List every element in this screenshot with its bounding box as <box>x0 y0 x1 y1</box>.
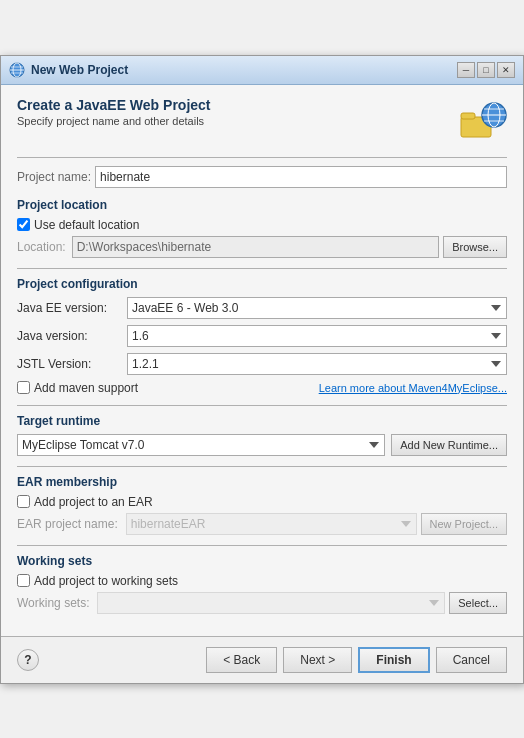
project-name-row: Project name: <box>17 166 507 188</box>
java-version-row: Java version: 1.6 1.5 1.7 <box>17 325 507 347</box>
location-label: Location: <box>17 240 66 254</box>
browse-button[interactable]: Browse... <box>443 236 507 258</box>
project-configuration-title: Project configuration <box>17 277 507 291</box>
runtime-select[interactable]: MyEclipse Tomcat v7.0 <box>17 434 385 456</box>
project-name-input[interactable] <box>95 166 507 188</box>
maximize-button[interactable]: □ <box>477 62 495 78</box>
title-bar-text: New Web Project <box>31 63 128 77</box>
location-row: Location: Browse... <box>17 236 507 258</box>
ear-project-name-select[interactable]: hibernateEAR <box>126 513 417 535</box>
help-button[interactable]: ? <box>17 649 39 671</box>
add-maven-checkbox[interactable] <box>17 381 30 394</box>
add-maven-label: Add maven support <box>34 381 138 395</box>
page-subtitle: Specify project name and other details <box>17 115 211 127</box>
location-input[interactable] <box>72 236 439 258</box>
add-runtime-button[interactable]: Add New Runtime... <box>391 434 507 456</box>
maven-checkbox-row: Add maven support <box>17 381 138 395</box>
title-bar: New Web Project ─ □ ✕ <box>1 56 523 85</box>
title-bar-controls: ─ □ ✕ <box>457 62 515 78</box>
cancel-button[interactable]: Cancel <box>436 647 507 673</box>
add-to-working-sets-label: Add project to working sets <box>34 574 178 588</box>
runtime-row: MyEclipse Tomcat v7.0 Add New Runtime... <box>17 434 507 456</box>
project-location-title: Project location <box>17 198 507 212</box>
java-version-label: Java version: <box>17 329 127 343</box>
working-sets-select[interactable] <box>97 592 445 614</box>
add-to-ear-row: Add project to an EAR <box>17 495 507 509</box>
add-to-ear-label: Add project to an EAR <box>34 495 153 509</box>
footer-left: ? <box>17 649 39 671</box>
maven-row: Add maven support Learn more about Maven… <box>17 381 507 395</box>
add-to-working-sets-checkbox[interactable] <box>17 574 30 587</box>
project-name-label: Project name: <box>17 170 91 184</box>
javaee-version-label: Java EE version: <box>17 301 127 315</box>
window-icon <box>9 62 25 78</box>
runtime-divider <box>17 405 507 406</box>
jstl-version-select[interactable]: 1.2.1 1.2 1.1 <box>127 353 507 375</box>
back-button[interactable]: < Back <box>206 647 277 673</box>
project-name-section: Project name: <box>17 166 507 188</box>
use-default-location-checkbox[interactable] <box>17 218 30 231</box>
jstl-version-row: JSTL Version: 1.2.1 1.2 1.1 <box>17 353 507 375</box>
minimize-button[interactable]: ─ <box>457 62 475 78</box>
page-title: Create a JavaEE Web Project <box>17 97 211 113</box>
page-header: Create a JavaEE Web Project Specify proj… <box>17 97 507 145</box>
finish-button[interactable]: Finish <box>358 647 429 673</box>
new-project-button[interactable]: New Project... <box>421 513 507 535</box>
maven-link[interactable]: Learn more about Maven4MyEclipse... <box>319 382 507 394</box>
target-runtime-section: Target runtime MyEclipse Tomcat v7.0 Add… <box>17 414 507 456</box>
javaee-version-row: Java EE version: JavaEE 6 - Web 3.0 Java… <box>17 297 507 319</box>
config-divider <box>17 268 507 269</box>
title-bar-left: New Web Project <box>9 62 128 78</box>
svg-rect-6 <box>461 113 475 119</box>
working-sets-section: Working sets Add project to working sets… <box>17 554 507 614</box>
jstl-version-label: JSTL Version: <box>17 357 127 371</box>
project-configuration-section: Project configuration Java EE version: J… <box>17 277 507 395</box>
use-default-location-label: Use default location <box>34 218 139 232</box>
ear-membership-title: EAR membership <box>17 475 507 489</box>
footer-buttons: < Back Next > Finish Cancel <box>206 647 507 673</box>
project-location-section: Project location Use default location Lo… <box>17 198 507 258</box>
next-button[interactable]: Next > <box>283 647 352 673</box>
ear-membership-section: EAR membership Add project to an EAR EAR… <box>17 475 507 535</box>
working-sets-divider <box>17 545 507 546</box>
header-icon <box>459 97 507 145</box>
ear-divider <box>17 466 507 467</box>
ear-project-name-row: EAR project name: hibernateEAR New Proje… <box>17 513 507 535</box>
dialog-content: Create a JavaEE Web Project Specify proj… <box>1 85 523 636</box>
working-sets-label: Working sets: <box>17 596 89 610</box>
close-button[interactable]: ✕ <box>497 62 515 78</box>
new-web-project-window: New Web Project ─ □ ✕ Create a JavaEE We… <box>0 55 524 684</box>
dialog-footer: ? < Back Next > Finish Cancel <box>1 636 523 683</box>
javaee-version-select[interactable]: JavaEE 6 - Web 3.0 JavaEE 5 JavaEE 1.4 <box>127 297 507 319</box>
working-sets-title: Working sets <box>17 554 507 568</box>
working-sets-row: Working sets: Select... <box>17 592 507 614</box>
select-button[interactable]: Select... <box>449 592 507 614</box>
header-text: Create a JavaEE Web Project Specify proj… <box>17 97 211 127</box>
ear-project-name-label: EAR project name: <box>17 517 118 531</box>
use-default-location-row: Use default location <box>17 218 507 232</box>
java-version-select[interactable]: 1.6 1.5 1.7 <box>127 325 507 347</box>
add-to-ear-checkbox[interactable] <box>17 495 30 508</box>
add-to-working-sets-row: Add project to working sets <box>17 574 507 588</box>
target-runtime-title: Target runtime <box>17 414 507 428</box>
header-divider <box>17 157 507 158</box>
